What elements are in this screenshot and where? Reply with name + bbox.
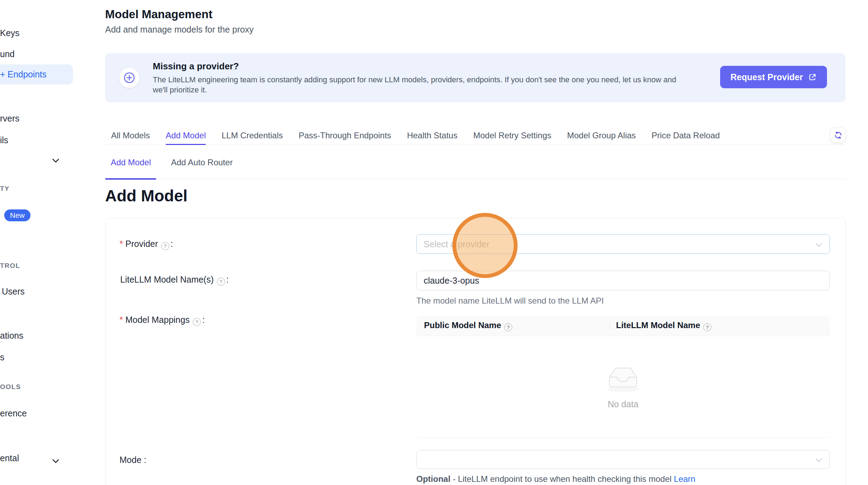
tab-all-models[interactable]: All Models (111, 127, 150, 145)
banner-body-line1: The LiteLLM engineering team is constant… (153, 75, 676, 85)
sidebar: Keys und + Endpoints rvers ils TY New TR… (0, 0, 105, 485)
no-data-text: No data (416, 399, 830, 409)
tab-add-model[interactable]: Add Model (166, 127, 206, 145)
sidebar-item-label: + Endpoints (0, 69, 47, 79)
tab-health-status[interactable]: Health Status (407, 127, 457, 145)
help-icon[interactable] (504, 323, 512, 331)
banner-body-line2: we'll prioritize it. (153, 85, 676, 95)
mode-select[interactable] (416, 450, 830, 469)
add-model-heading: Add Model (105, 186, 187, 205)
subtab-add-auto-router[interactable]: Add Auto Router (171, 158, 233, 167)
chevron-down-icon[interactable] (52, 156, 59, 163)
main-content: Model Management Add and manage models f… (105, 0, 846, 485)
page-title: Model Management (105, 8, 212, 21)
provider-label: *Provider: (119, 239, 173, 250)
active-subtab-underline (105, 178, 156, 180)
sidebar-item-teams[interactable]: s (0, 352, 5, 362)
model-mappings-table: Public Model Name LiteLLM Model Name No … (416, 316, 830, 438)
chevron-down-icon (815, 456, 822, 462)
new-badge-label: New (10, 211, 25, 220)
required-asterisk: * (119, 239, 123, 249)
provider-select[interactable]: Select a provider (416, 234, 830, 254)
sidebar-item-organizations[interactable]: ations (0, 331, 23, 341)
table-header: Public Model Name LiteLLM Model Name (416, 316, 830, 336)
plus-circle-icon (119, 67, 140, 88)
help-icon[interactable] (193, 318, 201, 326)
banner-title: Missing a provider? (153, 61, 239, 72)
model-name-value: claude-3-opus (424, 276, 479, 286)
mode-helper: Optional - LiteLLM endpoint to use when … (416, 474, 695, 485)
banner-body: The LiteLLM engineering team is constant… (153, 75, 676, 95)
model-tabs: All Models Add Model LLM Credentials Pas… (105, 127, 846, 145)
tab-price-data-reload[interactable]: Price Data Reload (651, 127, 720, 145)
tab-llm-credentials[interactable]: LLM Credentials (221, 127, 283, 145)
chevron-down-icon (815, 240, 822, 247)
tab-model-retry-settings[interactable]: Model Retry Settings (473, 127, 551, 145)
column-divider (610, 321, 610, 331)
subtab-add-model[interactable]: Add Model (111, 158, 151, 167)
mode-label: Mode : (119, 455, 146, 465)
add-model-form-card: *Provider: Select a provider LiteLLM Mod… (105, 218, 846, 485)
missing-provider-banner: Missing a provider? The LiteLLM engineer… (105, 53, 846, 102)
sidebar-item-servers[interactable]: rvers (0, 113, 20, 124)
model-name-helper: The model name LiteLLM will send to the … (416, 296, 604, 306)
page-subtitle: Add and manage models for the proxy (105, 25, 254, 35)
sidebar-item-models-endpoints[interactable]: + Endpoints (0, 64, 73, 84)
optional-text: Optional (416, 474, 450, 484)
model-name-input[interactable]: claude-3-opus (416, 271, 830, 290)
sidebar-section-header: TY (0, 185, 9, 193)
model-name-label: LiteLLM Model Name(s): (120, 275, 229, 286)
external-link-icon (808, 73, 817, 82)
column-litellm-model-name: LiteLLM Model Name (616, 320, 713, 331)
help-icon[interactable] (161, 242, 169, 250)
sidebar-item-reference[interactable]: erence (0, 408, 27, 418)
help-icon[interactable] (703, 323, 711, 331)
sidebar-item-users[interactable]: Users (2, 286, 25, 297)
sidebar-item-experimental[interactable]: ental (0, 453, 19, 463)
new-badge: New (4, 209, 30, 221)
sidebar-item-playground[interactable]: und (0, 49, 15, 59)
empty-state-icon (416, 361, 830, 394)
request-provider-label: Request Provider (730, 72, 803, 82)
provider-placeholder: Select a provider (424, 239, 490, 249)
refresh-button[interactable] (831, 127, 846, 143)
learn-more-link[interactable]: Learn (674, 474, 695, 484)
add-model-subtabs: Add Model Add Auto Router (105, 145, 846, 179)
request-provider-button[interactable]: Request Provider (720, 66, 827, 88)
sidebar-section-header: TROL (0, 262, 20, 270)
required-asterisk: * (119, 315, 123, 325)
chevron-down-icon[interactable] (52, 456, 59, 463)
sidebar-item-keys[interactable]: Keys (0, 28, 20, 38)
sync-icon (834, 131, 842, 139)
column-public-model-name: Public Model Name (424, 320, 514, 331)
sidebar-section-header: OOLS (0, 383, 21, 391)
model-mappings-label: *Model Mappings: (119, 315, 205, 326)
tab-model-group-alias[interactable]: Model Group Alias (567, 127, 636, 145)
tab-pass-through-endpoints[interactable]: Pass-Through Endpoints (299, 127, 391, 145)
help-icon[interactable] (217, 278, 225, 286)
sidebar-item-guardrails[interactable]: ils (0, 135, 8, 145)
